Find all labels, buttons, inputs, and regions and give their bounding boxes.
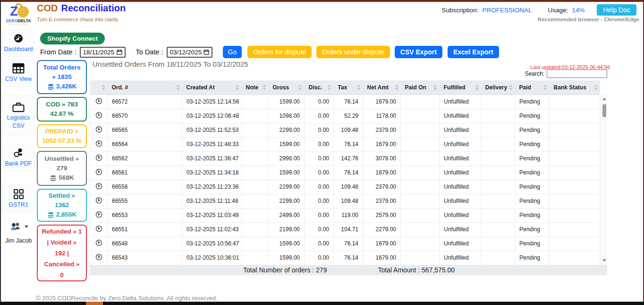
download-order-icon[interactable] (95, 126, 102, 133)
card-unsettled[interactable]: Unsettled » 279 568K (37, 151, 87, 186)
orders-table: Ord. #Created AtNoteGrossDisc.TaxNet Amt… (90, 80, 600, 265)
table-scrollbar[interactable] (601, 95, 607, 265)
column-header-bank-status[interactable]: Bank Status (550, 80, 600, 95)
search-input[interactable] (547, 70, 607, 78)
card-cod[interactable]: COD » 783 42.67 % (37, 97, 87, 122)
sort-arrows-icon (298, 85, 302, 90)
table-row: 6655503-12-2025 11:11:482299.000.00109.4… (90, 194, 600, 208)
card-line: 42.67 % (50, 109, 74, 119)
subscription-value: PROFESSIONAL (483, 7, 532, 14)
sidebar-item-dashboard[interactable]: Dashboard (2, 29, 34, 57)
cell-gross: 2299.00 (269, 194, 305, 208)
to-date-input[interactable]: 03/12/2025 (167, 47, 212, 58)
cell-fulfilled: Unfulfilled (440, 194, 481, 208)
excel-export-button[interactable]: Excel Export (448, 46, 499, 58)
page-title: CODReconciliation (37, 3, 126, 14)
cell-delivery (481, 251, 515, 265)
orders-for-dispute-button[interactable]: Orders for dispute (247, 46, 312, 58)
sort-arrows-icon (509, 85, 513, 90)
dashboard-gauge-icon (12, 33, 25, 44)
cell-discount: 0.00 (305, 251, 334, 265)
column-header-icon[interactable] (90, 80, 108, 95)
card-prepaid[interactable]: PREPAID » 1052 57.33 % (37, 124, 87, 148)
help-doc-button[interactable]: Help Doc (597, 4, 636, 16)
cell-download (90, 95, 108, 109)
cell-download (90, 222, 108, 236)
cell-order-number: 66562 (108, 151, 182, 166)
key-icon (12, 147, 25, 158)
calendar-icon[interactable] (117, 49, 122, 55)
cell-paid: Pending (515, 109, 550, 123)
column-header-delivery[interactable]: Delivery (481, 80, 515, 95)
column-header-disc[interactable]: Disc. (305, 80, 334, 95)
download-order-icon[interactable] (95, 112, 102, 119)
csv-export-button[interactable]: CSV Export (395, 46, 442, 58)
card-title: Total Orders (43, 63, 80, 72)
sidebar-item-label: Bank PDF (5, 160, 32, 168)
column-header-paid-on[interactable]: Paid On (401, 80, 440, 95)
download-order-icon[interactable] (95, 197, 102, 204)
cell-note (242, 123, 269, 137)
app-logo[interactable]: Z ZERODELTA SOLUTIONS (5, 3, 32, 28)
cell-fulfilled: Unfulfilled (440, 166, 481, 180)
column-header-paid[interactable]: Paid (515, 80, 550, 95)
column-header-fulfilled[interactable]: Fulfilled (440, 80, 481, 95)
cell-download (90, 151, 108, 166)
sidebar-item-logistics-csv[interactable]: Logistics CSV (2, 95, 34, 135)
go-button[interactable]: Go (223, 46, 242, 58)
column-header-created-at[interactable]: Created At (182, 80, 242, 95)
calendar-icon[interactable] (203, 49, 209, 55)
cell-paid: Pending (515, 194, 550, 208)
download-order-icon[interactable] (95, 239, 102, 246)
column-header-note[interactable]: Note (242, 80, 269, 95)
sidebar-item-bank-pdf[interactable]: Bank PDF (2, 144, 34, 171)
column-header-ord[interactable]: Ord. # (108, 80, 182, 95)
cell-created-at: 03-12-2025 11:48:33 (182, 137, 242, 151)
download-order-icon[interactable] (95, 211, 102, 218)
cell-paid-on (401, 151, 440, 166)
cell-discount: 0.00 (305, 208, 334, 222)
cell-fulfilled: Unfulfilled (440, 180, 481, 194)
download-order-icon[interactable] (95, 253, 102, 261)
shopify-connect-button[interactable]: Shopify Connect (40, 33, 105, 44)
filter-row: From Date : 18/11/2025 To Date : 03/12/2… (40, 45, 504, 59)
taskbar-strip (0, 302, 644, 305)
download-order-icon[interactable] (95, 140, 102, 147)
card-refunded-voided-cancelled[interactable]: Refunded » 1 | Voided » 192 | Cancelled … (37, 225, 87, 281)
title-reconciliation: Reconciliation (61, 3, 126, 13)
cell-download (90, 236, 108, 251)
from-date-input[interactable]: 18/11/2025 (80, 47, 126, 58)
cell-net-amount: 1679.00 (363, 251, 401, 265)
copyright-text: © 2025 CODReconcile by Zero Delta Soluti… (36, 295, 218, 302)
scrollbar-down-arrow-icon[interactable] (602, 259, 606, 262)
app-header: Z ZERODELTA SOLUTIONS CODReconciliation … (1, 2, 643, 28)
sidebar-item-csv-view[interactable]: CSV View (2, 60, 34, 87)
cell-discount: 0.00 (305, 151, 334, 166)
download-order-icon[interactable] (95, 168, 102, 175)
card-total-orders[interactable]: Total Orders » 1835 3,426K (37, 60, 87, 94)
cell-bank-status (550, 180, 600, 194)
summary-total-orders: Total Number of orders : 279 (243, 266, 327, 274)
column-header-gross[interactable]: Gross (269, 80, 305, 95)
orders-under-dispute-button[interactable]: Orders under dispute (316, 46, 390, 58)
download-order-icon[interactable] (95, 154, 102, 161)
cell-note (242, 151, 269, 166)
column-header-tax[interactable]: Tax (334, 80, 363, 95)
cell-bank-status (550, 123, 600, 137)
cell-tax: 109.48 (334, 194, 363, 208)
window-border-top (0, 0, 644, 2)
download-order-icon[interactable] (95, 183, 102, 190)
card-settled[interactable]: Settled » 1362 2,855K (37, 189, 87, 222)
sidebar-user-menu[interactable]: Jim Jacob (2, 218, 34, 247)
cell-bank-status (550, 194, 600, 208)
cell-fulfilled: Unfulfilled (440, 123, 481, 137)
scrollbar-thumb[interactable] (602, 104, 606, 117)
sidebar-item-gstr1[interactable]: GSTR1 (2, 185, 34, 212)
download-order-icon[interactable] (95, 225, 102, 232)
usage-label: Usage: (548, 7, 568, 14)
download-order-icon[interactable] (95, 97, 102, 105)
column-header-net-amt[interactable]: Net Amt (363, 80, 401, 95)
table-row: 6656103-12-2025 11:34:181599.000.0076.14… (90, 166, 600, 180)
scrollbar-up-arrow-icon[interactable] (602, 97, 606, 100)
cell-net-amount: 3078.00 (363, 151, 401, 166)
